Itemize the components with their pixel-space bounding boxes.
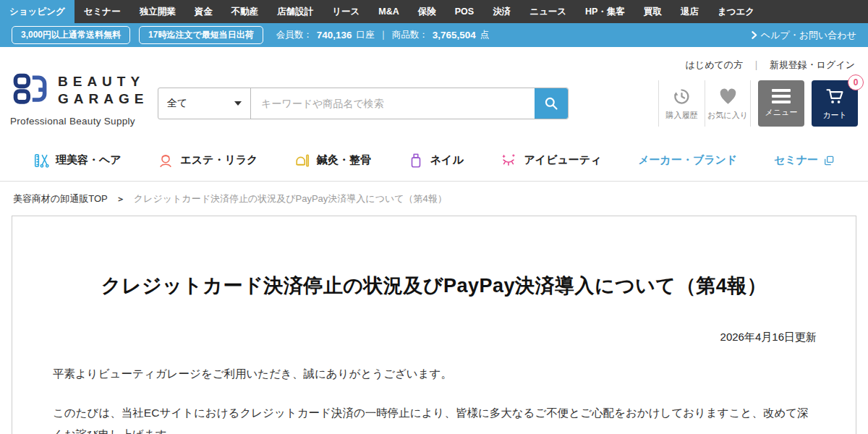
- category-eyebeauty[interactable]: アイビューティ: [500, 153, 601, 169]
- search-input[interactable]: [251, 88, 535, 119]
- category-hair-label: 理美容・ヘア: [56, 153, 122, 167]
- top-nav-item-hp[interactable]: HP・集客: [576, 0, 634, 23]
- category-eyebeauty-label: アイビューティ: [524, 153, 601, 167]
- esthe-person-icon: [158, 153, 174, 169]
- logo-wordmark: BEAUTY GARAGE: [58, 73, 148, 108]
- account-links: はじめての方 ｜ 新規登録・ログイン: [686, 59, 855, 72]
- purchase-history-label: 購入履歴: [666, 110, 698, 121]
- heart-icon: [718, 87, 738, 106]
- article-body: 平素よりビューティガレージをご利用いただき、誠にありがとうございます。 このたび…: [41, 363, 827, 434]
- breadcrumb-current: クレジットカード決済停止の状況及びPayPay決済導入について（第4報）: [134, 192, 447, 205]
- category-acupuncture-label: 鍼灸・整骨: [317, 153, 371, 167]
- top-nav-item-payment[interactable]: 決済: [483, 0, 520, 23]
- favorites-label: お気に入り: [707, 110, 748, 121]
- product-count-label: 商品数：: [392, 29, 428, 41]
- member-count-unit: 口座: [356, 29, 374, 41]
- product-count-unit: 点: [480, 29, 490, 41]
- search-button[interactable]: [535, 88, 568, 119]
- chevron-right-icon: [749, 30, 759, 40]
- comb-scissors-icon: [33, 153, 49, 169]
- search-icon: [544, 96, 558, 111]
- top-nav-item-realestate[interactable]: 不動産: [222, 0, 268, 23]
- category-esthe[interactable]: エステ・リラク: [158, 153, 258, 169]
- breadcrumb: 美容商材の卸通販TOP ＞ クレジットカード決済停止の状況及びPayPay決済導…: [0, 182, 868, 216]
- top-nav-item-funds[interactable]: 資金: [185, 0, 222, 23]
- moxa-icon: [294, 153, 310, 169]
- maker-brand-link[interactable]: メーカー・ブランド: [638, 153, 737, 167]
- help-contact-label: ヘルプ・お問い合わせ: [761, 29, 856, 42]
- category-esthe-label: エステ・リラク: [180, 153, 258, 167]
- hamburger-icon: [772, 89, 791, 103]
- article-title: クレジットカード決済停止の状況及びPayPay決済導入について（第4報）: [41, 273, 827, 299]
- top-nav: ショッピング セミナー 独立開業 資金 不動産 店舗設計 リース M&A 保険 …: [0, 0, 868, 23]
- top-nav-item-closing[interactable]: 退店: [671, 0, 708, 23]
- category-acupuncture[interactable]: 鍼灸・整骨: [294, 153, 371, 169]
- top-nav-item-seminar[interactable]: セミナー: [75, 0, 130, 23]
- top-nav-item-insurance[interactable]: 保険: [409, 0, 446, 23]
- breadcrumb-home-link[interactable]: 美容商材の卸通販TOP: [13, 192, 108, 205]
- top-nav-item-pos[interactable]: POS: [446, 0, 483, 23]
- article-paragraph-2: このたびは、当社ECサイトにおけるクレジットカード決済の一時停止により、皆様に多…: [53, 402, 815, 434]
- seminar-link[interactable]: セミナー: [774, 153, 835, 167]
- cart-label: カート: [822, 110, 847, 121]
- top-nav-item-news[interactable]: ニュース: [520, 0, 576, 23]
- cart-icon: [825, 86, 845, 106]
- top-nav-item-matsueku[interactable]: まつエク: [708, 0, 764, 23]
- top-nav-item-shopping[interactable]: ショッピング: [0, 0, 75, 23]
- bg-logo-mark-icon: [10, 70, 51, 111]
- stats-divider: ｜: [378, 29, 387, 41]
- product-count-value: 3,765,504: [433, 30, 476, 41]
- account-links-divider: ｜: [752, 59, 761, 72]
- cart-button[interactable]: 0 カート: [812, 80, 858, 127]
- header-actions: 購入履歴 お気に入り メニュー 0 カート: [658, 80, 858, 127]
- top-nav-item-independence[interactable]: 独立開業: [130, 0, 185, 23]
- same-day-shipping-badge: 17時迄注文で最短当日出荷: [139, 26, 263, 44]
- search-category-value: 全て: [167, 97, 187, 110]
- top-nav-item-shopdesign[interactable]: 店舗設計: [268, 0, 323, 23]
- site-header: BEAUTY GARAGE Professional Beauty Supply…: [0, 47, 868, 140]
- article-paragraph-1: 平素よりビューティガレージをご利用いただき、誠にありがとうございます。: [53, 363, 815, 385]
- top-nav-item-buyback[interactable]: 買取: [634, 0, 671, 23]
- history-icon: [672, 87, 692, 106]
- category-nav: 理美容・ヘア エステ・リラク 鍼灸・整骨 ネイル アイビューティ: [0, 140, 868, 182]
- search-bar: 全て: [158, 88, 569, 119]
- category-hair[interactable]: 理美容・ヘア: [33, 153, 122, 169]
- register-login-link[interactable]: 新規登録・ログイン: [770, 59, 855, 72]
- member-count-label: 会員数：: [276, 29, 312, 41]
- search-category-dropdown[interactable]: 全て: [158, 88, 251, 119]
- purchase-history-button[interactable]: 購入履歴: [658, 80, 705, 127]
- article-updated-date: 2026年4月16日更新: [41, 331, 827, 344]
- seminar-link-label: セミナー: [774, 153, 818, 167]
- article-container: クレジットカード決済停止の状況及びPayPay決済導入について（第4報） 202…: [12, 216, 856, 434]
- first-time-link[interactable]: はじめての方: [686, 59, 744, 72]
- category-nail-label: ネイル: [430, 153, 464, 167]
- top-nav-item-ma[interactable]: M&A: [369, 0, 408, 23]
- help-contact-link[interactable]: ヘルプ・お問い合わせ: [749, 29, 856, 42]
- favorites-button[interactable]: お気に入り: [705, 80, 751, 127]
- menu-button[interactable]: メニュー: [758, 80, 804, 127]
- cart-count-badge: 0: [848, 75, 864, 90]
- logo-line-beauty: BEAUTY: [58, 73, 148, 90]
- external-link-icon: [823, 155, 835, 166]
- caret-down-icon: [234, 101, 242, 106]
- maker-brand-label: メーカー・ブランド: [638, 153, 737, 167]
- eyelash-icon: [500, 153, 517, 169]
- site-stats: 会員数： 740,136 口座 ｜ 商品数： 3,765,504 点: [276, 29, 490, 41]
- member-count-value: 740,136: [317, 30, 352, 41]
- free-shipping-badge: 3,000円以上通常送料無料: [12, 26, 130, 44]
- logo-line-garage: GARAGE: [58, 90, 148, 108]
- info-bar: 3,000円以上通常送料無料 17時迄注文で最短当日出荷 会員数： 740,13…: [0, 23, 868, 47]
- logo-tagline: Professional Beauty Supply: [10, 116, 148, 127]
- site-logo[interactable]: BEAUTY GARAGE Professional Beauty Supply: [10, 70, 148, 127]
- nail-polish-icon: [408, 153, 424, 169]
- top-nav-item-lease[interactable]: リース: [323, 0, 369, 23]
- breadcrumb-separator: ＞: [116, 193, 125, 205]
- category-nail[interactable]: ネイル: [408, 153, 464, 169]
- menu-label: メニュー: [765, 107, 798, 118]
